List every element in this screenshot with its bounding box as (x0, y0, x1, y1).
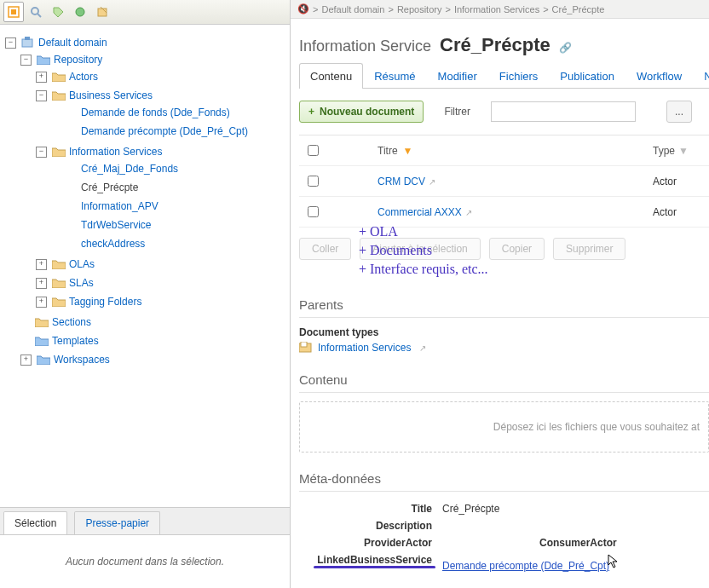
tree-leaf[interactable]: TdrWebService (81, 217, 151, 233)
tab-publication[interactable]: Publication (549, 63, 625, 89)
external-link-icon[interactable]: ↗ (465, 208, 472, 217)
tab-resume[interactable]: Résumé (363, 63, 426, 89)
metadata-block: TitleCré_Précpte Description ProviderAct… (299, 500, 709, 574)
svg-rect-9 (301, 342, 307, 347)
tag-button[interactable] (48, 2, 68, 22)
content-tabs: Contenu Résumé Modifier Fichiers Publica… (299, 63, 709, 89)
breadcrumb-link[interactable]: Information Services (454, 4, 539, 14)
tree-leaf[interactable]: Cré_Maj_Dde_Fonds (81, 161, 178, 176)
svg-rect-1 (11, 9, 16, 14)
metadata-heading: Méta-données (299, 471, 709, 486)
folder-icon (37, 55, 50, 65)
collapse-icon[interactable]: − (36, 147, 47, 158)
selection-empty-message: Aucun document dans la sélection. (0, 535, 290, 588)
tree-node-workspaces[interactable]: Workspaces (54, 352, 110, 367)
select-all-checkbox[interactable] (308, 145, 319, 156)
tree-node-tagging[interactable]: Tagging Folders (69, 294, 141, 309)
delete-button[interactable]: Supprimer (553, 238, 625, 260)
tree-node-sections[interactable]: Sections (52, 314, 91, 330)
add-to-selection-button[interactable]: Ajouter à la sélection (360, 238, 480, 260)
svg-point-4 (76, 8, 84, 16)
copy-button[interactable]: Copier (489, 238, 545, 260)
plus-icon: + (308, 106, 314, 118)
expand-icon[interactable]: + (36, 72, 47, 83)
tree-leaf-current[interactable]: Cré_Précpte (81, 180, 138, 195)
row-checkbox[interactable] (308, 206, 319, 217)
meta-key-description: Description (299, 517, 437, 534)
meta-key-title: Title (299, 500, 437, 517)
table-row: CRM DCV↗ Actor (299, 166, 709, 197)
expand-icon[interactable]: + (36, 259, 47, 270)
collapse-icon[interactable]: − (36, 90, 47, 101)
filter-input[interactable] (491, 101, 636, 122)
expand-icon[interactable]: + (36, 297, 47, 308)
col-type[interactable]: Type (653, 145, 675, 157)
row-checkbox[interactable] (308, 176, 319, 187)
folder-icon (37, 355, 50, 365)
tab-workflow[interactable]: Workflow (625, 63, 693, 89)
tree-leaf[interactable]: Demande précompte (Dde_Pré_Cpt) (81, 124, 248, 139)
tree-node-repository[interactable]: Repository (54, 52, 102, 67)
edit-button[interactable] (92, 2, 112, 22)
tree-leaf[interactable]: Information_APV (81, 199, 159, 214)
tab-clipboard[interactable]: Presse-papier (74, 511, 160, 534)
tab-contenu[interactable]: Contenu (299, 63, 363, 89)
filter-label: Filtrer (444, 106, 470, 118)
new-document-label: Nouveau document (320, 106, 414, 118)
new-document-button[interactable]: +Nouveau document (299, 101, 424, 123)
cursor-icon (608, 554, 620, 572)
breadcrumb-link[interactable]: Default domain (321, 4, 384, 14)
expand-icon[interactable]: + (20, 355, 32, 366)
tree-node-templates[interactable]: Templates (52, 333, 99, 349)
collapse-icon[interactable]: − (20, 55, 32, 66)
folder-icon (35, 317, 49, 327)
tab-notifications[interactable]: Notifications (693, 63, 709, 89)
tree-node-default-domain[interactable]: Default domain (38, 35, 107, 50)
tree-view-button[interactable] (3, 2, 24, 22)
tree-node-olas[interactable]: OLAs (69, 257, 95, 272)
external-link-icon[interactable]: ↗ (419, 343, 426, 353)
tab-modifier[interactable]: Modifier (427, 63, 488, 89)
svg-rect-5 (98, 9, 107, 16)
collapse-icon[interactable]: − (5, 37, 16, 49)
folder-icon (35, 336, 49, 346)
doctype-icon (299, 342, 313, 354)
row-title-link[interactable]: CRM DCV (378, 176, 425, 187)
search-button[interactable] (26, 2, 46, 22)
row-title-link[interactable]: Commercial AXXX (378, 206, 462, 218)
meta-key-consumer: ConsumerActor (437, 534, 625, 551)
more-filter-button[interactable]: ... (666, 101, 692, 123)
sort-desc-icon[interactable]: ▼ (403, 145, 413, 157)
breadcrumb-link[interactable]: Repository (397, 4, 442, 14)
meta-linked-link[interactable]: Demande précompte (Dde_Pré_Cpt) (442, 560, 609, 572)
paste-button[interactable]: Coller (299, 238, 351, 260)
meta-key-provider: ProviderActor (299, 534, 437, 551)
folder-icon (52, 90, 66, 101)
tree-node-information-services[interactable]: Information Services (69, 144, 162, 159)
meta-val-title: Cré_Précpte (437, 500, 625, 517)
globe-button[interactable] (70, 2, 90, 22)
tree-node-slas[interactable]: SLAs (69, 275, 94, 291)
svg-rect-7 (25, 37, 30, 40)
parents-heading: Parents (299, 297, 709, 312)
svg-line-3 (37, 14, 41, 17)
expand-icon[interactable]: + (36, 278, 47, 289)
folder-icon (52, 278, 66, 288)
tree-node-business-services[interactable]: Business Services (69, 88, 153, 103)
selection-panel: Sélection Presse-papier Aucun document d… (0, 507, 290, 588)
page-title: Cré_Précpte (440, 34, 550, 56)
svg-point-2 (32, 8, 38, 14)
tree-leaf[interactable]: Demande de fonds (Dde_Fonds) (81, 105, 230, 120)
parent-doctype-link[interactable]: Information Services (318, 342, 411, 354)
permalink-icon[interactable]: 🔗 (559, 42, 572, 54)
speaker-icon[interactable]: 🔇 (297, 3, 309, 14)
file-dropzone[interactable]: Déposez ici les fichiers que vous souhai… (299, 401, 709, 453)
col-title[interactable]: Titre (378, 145, 398, 157)
tab-selection[interactable]: Sélection (3, 511, 67, 534)
external-link-icon[interactable]: ↗ (429, 177, 435, 187)
tree-node-actors[interactable]: Actors (69, 69, 98, 84)
tab-fichiers[interactable]: Fichiers (488, 63, 550, 89)
folder-icon (52, 259, 66, 269)
tree-leaf[interactable]: checkAddress (81, 236, 145, 251)
sort-icon[interactable]: ▼ (678, 145, 689, 157)
